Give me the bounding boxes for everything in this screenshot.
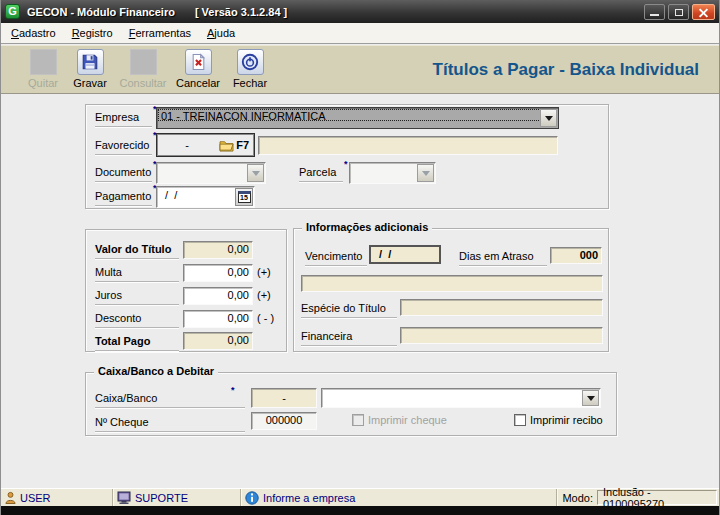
statusbar: USER SUPORTE Informe a empresa Modo: Inc… <box>1 488 719 506</box>
favorecido-f7-button[interactable]: F7 <box>217 139 254 152</box>
cheque-label: Nº Cheque <box>95 416 245 432</box>
gravar-button[interactable]: Gravar <box>65 49 115 89</box>
app-logo-icon: G <box>5 4 20 19</box>
valor-titulo-label: Valor do Título <box>95 243 179 259</box>
minimize-button[interactable] <box>644 4 665 20</box>
empresa-combobox[interactable]: 01 - TREINACON INFORMATICA <box>156 107 559 129</box>
desconto-suffix: ( - ) <box>257 312 274 324</box>
dias-atraso-field: 000 <box>550 247 602 264</box>
window-title: GECON - Módulo Financeiro[ Versão 3.1.2.… <box>27 6 287 18</box>
toolbar: Quitar Gravar Consultar <box>1 45 719 94</box>
floppy-disk-icon <box>77 49 104 75</box>
maximize-icon <box>675 9 683 16</box>
folder-icon <box>219 139 234 152</box>
cheque-field[interactable]: 000000 <box>251 412 317 430</box>
especie-label: Espécie do Título <box>301 302 397 318</box>
caixa-banco-label: Caixa/Banco <box>95 392 245 408</box>
favorecido-code-value: - <box>157 139 217 151</box>
multa-field[interactable]: 0,00 <box>183 264 253 282</box>
parcela-label: Parcela <box>299 166 343 182</box>
window-version: [ Versão 3.1.2.84 ] <box>195 6 287 18</box>
caixa-banco-dropdown-button[interactable] <box>582 390 599 406</box>
parcela-required-marker: * <box>344 159 348 169</box>
especie-field <box>400 299 603 316</box>
chevron-down-icon <box>422 171 430 176</box>
financeira-label: Financeira <box>301 330 397 346</box>
caixa-banco-combobox[interactable] <box>321 388 601 408</box>
minimize-icon <box>650 14 659 16</box>
statusbar-user-panel: USER <box>1 489 113 506</box>
favorecido-name-field <box>258 136 558 155</box>
maximize-button[interactable] <box>668 4 689 20</box>
multa-label: Multa <box>95 266 179 282</box>
parcela-dropdown-button[interactable] <box>417 164 434 182</box>
caixa-banco-code-field[interactable]: - <box>251 388 317 408</box>
statusbar-modo-value: Inclusão - 0100095270 <box>597 490 717 505</box>
menu-item-ajuda[interactable]: Ajuda <box>199 24 243 42</box>
menubar: Cadastro Registro Ferramentas Ajuda <box>1 23 719 44</box>
quitar-icon <box>30 49 57 75</box>
pagamento-date-field[interactable]: / / 15 <box>156 186 255 208</box>
menu-item-cadastro[interactable]: Cadastro <box>3 24 64 42</box>
juros-field[interactable]: 0,00 <box>183 287 253 305</box>
favorecido-code-field[interactable]: - F7 <box>156 133 255 157</box>
imprimir-recibo-checkbox[interactable] <box>514 414 526 426</box>
quitar-button[interactable]: Quitar <box>17 49 69 89</box>
titlebar: G GECON - Módulo Financeiro[ Versão 3.1.… <box>1 0 719 23</box>
f7-label: F7 <box>236 139 249 151</box>
total-pago-field: 0,00 <box>183 332 253 350</box>
calendar-icon: 15 <box>238 191 251 203</box>
fechar-button[interactable]: Fechar <box>225 49 275 89</box>
window-bottom-edge <box>0 506 720 515</box>
close-button[interactable] <box>692 4 715 20</box>
imprimir-recibo-label: Imprimir recibo <box>530 414 603 426</box>
financeira-field <box>400 327 603 344</box>
vencimento-field: / / <box>369 245 441 264</box>
imprimir-cheque-label: Imprimir cheque <box>368 414 447 426</box>
dias-atraso-label: Dias em Atraso <box>459 250 547 266</box>
empresa-value: 01 - TREINACON INFORMATICA <box>157 108 558 122</box>
cancelar-button[interactable]: Cancelar <box>171 49 225 89</box>
info-icon <box>245 491 259 505</box>
caixa-banco-value <box>322 389 600 391</box>
statusbar-suporte: SUPORTE <box>135 492 188 504</box>
favorecido-label: Favorecido <box>95 139 152 155</box>
chevron-down-icon <box>587 396 595 401</box>
parcela-combobox[interactable] <box>349 162 436 184</box>
menu-item-ferramentas[interactable]: Ferramentas <box>121 24 199 42</box>
desconto-label: Desconto <box>95 312 179 328</box>
juros-suffix: (+) <box>257 289 271 301</box>
monitor-icon <box>117 491 131 505</box>
document-red-x-icon <box>185 49 212 75</box>
consultar-icon <box>130 49 157 75</box>
statusbar-user: USER <box>20 492 51 504</box>
total-pago-label: Total Pago <box>95 335 179 351</box>
imprimir-cheque-checkbox[interactable] <box>352 414 364 426</box>
app-window: G GECON - Módulo Financeiro[ Versão 3.1.… <box>0 0 720 515</box>
statusbar-message-panel: Informe a empresa <box>241 489 557 506</box>
statusbar-modo-label: Modo: <box>557 489 597 506</box>
documento-combobox[interactable] <box>156 162 266 184</box>
calendar-button[interactable]: 15 <box>235 188 253 206</box>
documento-label: Documento <box>95 166 152 182</box>
pagamento-label: Pagamento <box>95 190 152 206</box>
statusbar-suporte-panel: SUPORTE <box>113 489 241 506</box>
chevron-down-icon <box>252 171 260 176</box>
power-circle-icon <box>237 49 264 75</box>
user-icon <box>5 491 16 505</box>
empresa-dropdown-button[interactable] <box>540 109 557 127</box>
caixa-banco-legend: Caixa/Banco a Debitar <box>94 365 218 377</box>
statusbar-message: Informe a empresa <box>263 492 355 504</box>
multa-suffix: (+) <box>257 266 271 278</box>
juros-label: Juros <box>95 289 179 305</box>
menu-item-registro[interactable]: Registro <box>64 24 121 42</box>
page-title: Títulos a Pagar - Baixa Individual <box>433 60 699 80</box>
info-adicionais-legend: Informações adicionais <box>302 221 432 233</box>
consultar-button[interactable]: Consultar <box>114 49 172 89</box>
descricao-field <box>301 275 603 292</box>
documento-dropdown-button[interactable] <box>247 164 264 182</box>
vencimento-label: Vencimento <box>305 250 367 266</box>
desconto-field[interactable]: 0,00 <box>183 310 253 328</box>
caixa-banco-required-marker: * <box>231 385 235 395</box>
chevron-down-icon <box>545 116 553 121</box>
